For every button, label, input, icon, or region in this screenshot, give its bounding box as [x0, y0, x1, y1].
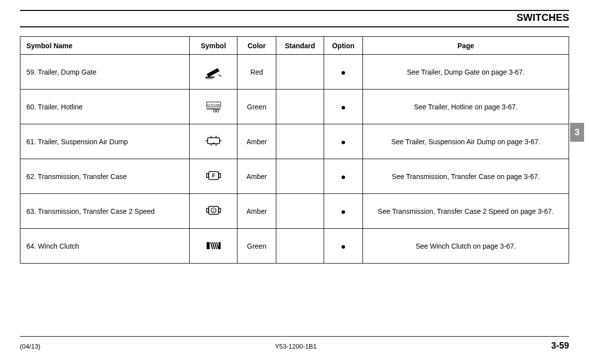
header-page: Page — [363, 37, 569, 55]
cell-color: Green — [237, 90, 276, 124]
svg-point-2 — [206, 77, 207, 79]
table-row: 62. Transmission, Transfer Case F Amber … — [20, 159, 569, 194]
table-row: 61. Trailer, Suspension Air Dump — [20, 124, 569, 159]
header-name: Symbol Name — [20, 37, 190, 55]
chapter-tab: 3 — [570, 123, 584, 142]
row-name: Transmission, Transfer Case — [38, 173, 126, 181]
footer-docid: Y53-1200-1B1 — [275, 343, 317, 350]
cell-page: See Winch Clutch on page 3-67. — [363, 229, 569, 264]
header-standard: Standard — [276, 37, 324, 55]
dump-gate-icon — [203, 63, 225, 79]
cell-color: Amber — [237, 124, 276, 159]
svg-rect-34 — [219, 242, 221, 249]
cell-option — [324, 194, 363, 229]
svg-point-10 — [213, 110, 216, 112]
cell-option — [324, 229, 363, 264]
svg-marker-0 — [207, 68, 220, 77]
row-num: 64. — [26, 242, 36, 250]
table-row: 59. Trailer, Dump Gate Red — [20, 55, 569, 90]
transfer-case-2-icon: 2 — [203, 202, 225, 218]
table-row: 63. Transmission, Transfer Case 2 Speed … — [20, 194, 569, 229]
cell-name: 60. Trailer, Hotline — [20, 90, 190, 124]
cell-color: Green — [237, 229, 276, 264]
cell-page: See Transmission, Transfer Case 2 Speed … — [363, 194, 569, 229]
cell-name: 59. Trailer, Dump Gate — [20, 55, 190, 90]
cell-name: 63. Transmission, Transfer Case 2 Speed — [20, 194, 190, 229]
header-option: Option — [324, 37, 363, 55]
cell-color: Amber — [237, 159, 276, 194]
cell-page: See Transmission, Transfer Case on page … — [363, 159, 569, 194]
svg-point-3 — [208, 77, 210, 79]
row-num: 59. — [26, 68, 36, 76]
svg-text:HOTLINE: HOTLINE — [207, 103, 220, 106]
footer-page-number: 3-59 — [551, 341, 569, 351]
cell-standard — [276, 159, 324, 194]
footer-date: (04/13) — [20, 343, 40, 350]
cell-option — [324, 159, 363, 194]
cell-page: See Trailer, Hotline on page 3-67. — [363, 90, 569, 124]
cell-symbol: HOTLINE — [190, 90, 237, 124]
page-footer: (04/13) Y53-1200-1B1 3-59 — [20, 336, 569, 351]
svg-point-11 — [216, 110, 219, 112]
cell-color: Amber — [237, 194, 276, 229]
svg-line-31 — [213, 242, 215, 249]
row-name: Trailer, Dump Gate — [38, 68, 97, 76]
option-dot — [342, 141, 345, 144]
cell-standard — [276, 229, 324, 264]
table-header-row: Symbol Name Symbol Color Standard Option… — [20, 37, 569, 55]
cell-standard — [276, 124, 324, 159]
cell-name: 61. Trailer, Suspension Air Dump — [20, 124, 190, 159]
cell-name: 64. Winch Clutch — [20, 229, 190, 264]
cell-symbol: 2 — [190, 194, 237, 229]
cell-option — [324, 124, 363, 159]
table-row: 64. Winch Clutch Green See — [20, 229, 569, 264]
svg-point-5 — [218, 75, 219, 76]
cell-option — [324, 90, 363, 124]
svg-line-30 — [211, 242, 213, 249]
svg-text:2: 2 — [213, 209, 215, 212]
cell-symbol — [190, 124, 237, 159]
section-title: SWITCHES — [20, 11, 569, 26]
cell-symbol — [190, 55, 237, 90]
svg-line-33 — [217, 242, 219, 249]
row-num: 62. — [26, 173, 36, 181]
svg-point-6 — [220, 76, 221, 77]
svg-rect-22 — [219, 174, 221, 178]
row-name: Trailer, Suspension Air Dump — [38, 138, 128, 146]
cell-standard — [276, 90, 324, 124]
table-row: 60. Trailer, Hotline HOTLINE Green See T… — [20, 90, 569, 124]
option-dot — [342, 106, 345, 109]
row-num: 63. — [26, 207, 36, 215]
cell-standard — [276, 55, 324, 90]
cell-color: Red — [237, 55, 276, 90]
cell-name: 62. Transmission, Transfer Case — [20, 159, 190, 194]
row-name: Trailer, Hotline — [38, 103, 83, 111]
svg-rect-26 — [219, 208, 221, 212]
winch-clutch-icon — [203, 237, 225, 253]
svg-rect-25 — [207, 208, 209, 212]
transfer-case-icon: F — [203, 168, 225, 183]
svg-rect-21 — [207, 174, 209, 178]
option-dot — [342, 71, 345, 75]
row-num: 61. — [26, 138, 36, 146]
cell-option — [324, 55, 363, 90]
svg-rect-29 — [207, 242, 210, 249]
air-dump-icon — [203, 133, 225, 149]
row-name: Transmission, Transfer Case 2 Speed — [38, 207, 154, 215]
switches-table: Symbol Name Symbol Color Standard Option… — [20, 36, 569, 264]
option-dot — [342, 210, 345, 214]
header-rule-bottom — [20, 26, 569, 27]
cell-page: See Trailer, Dump Gate on page 3-67. — [363, 55, 569, 90]
header-color: Color — [237, 37, 276, 55]
row-name: Winch Clutch — [38, 242, 79, 250]
svg-line-32 — [215, 242, 217, 249]
cell-page: See Trailer, Suspension Air Dump on page… — [363, 124, 569, 159]
header-symbol: Symbol — [190, 37, 237, 55]
option-dot — [342, 245, 345, 249]
cell-symbol: F — [190, 159, 237, 194]
hotline-icon: HOTLINE — [203, 98, 225, 114]
row-num: 60. — [26, 103, 36, 111]
cell-symbol — [190, 229, 237, 264]
option-dot — [342, 176, 345, 179]
svg-point-4 — [211, 77, 212, 79]
